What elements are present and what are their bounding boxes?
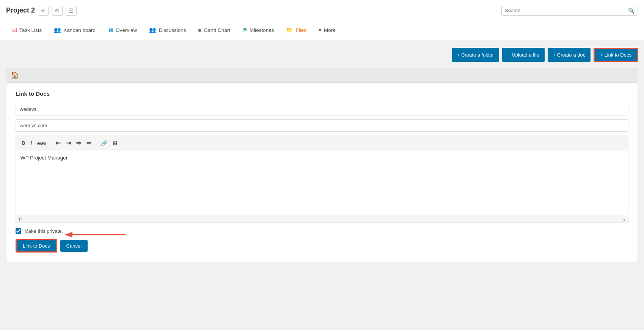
tab-more-label: More (324, 27, 336, 33)
tab-milestones[interactable]: ⚑ Milestones (236, 21, 280, 40)
align-left-button[interactable]: ⇤ (54, 138, 63, 148)
editor-footer-label: P (19, 217, 22, 221)
tab-task-lists[interactable]: ☑ Task Lists (6, 21, 48, 40)
files-icon: 📁 (286, 27, 293, 33)
document-button[interactable]: ☰ (66, 6, 77, 16)
submit-label: Link to Docs (23, 243, 50, 249)
create-doc-label: + Create a doc (553, 52, 586, 58)
create-folder-button[interactable]: + Create a folder (452, 48, 499, 62)
private-checkbox[interactable] (16, 228, 21, 234)
tab-gantt-label: Gantt Chart (204, 27, 230, 33)
tab-more[interactable]: ▾ More (313, 21, 342, 40)
edit-icon: ✏ (41, 8, 46, 14)
top-bar: Project 2 ✏ ⚙ ☰ 🔍 (0, 0, 644, 21)
name-field[interactable] (16, 103, 628, 115)
project-title-area: Project 2 ✏ ⚙ ☰ (6, 6, 77, 16)
link-to-docs-label: + Link to Docs (600, 52, 631, 58)
form-panel: Link to Docs B I ABC ⇤ ⇥ ⇨ ⇨ 🔗 ⊞ WP Proj… (6, 82, 638, 262)
editor-toolbar: B I ABC ⇤ ⇥ ⇨ ⇨ 🔗 ⊞ (16, 136, 628, 150)
url-field[interactable] (16, 119, 628, 132)
private-row: Make this private. (16, 228, 628, 234)
tab-milestones-label: Milestones (250, 27, 274, 33)
more-icon: ▾ (319, 27, 322, 33)
search-bar: 🔍 (501, 6, 638, 16)
editor-wrap: B I ABC ⇤ ⇥ ⇨ ⇨ 🔗 ⊞ WP Project Manager P… (16, 136, 628, 223)
arrow-annotation (61, 229, 129, 240)
tab-overview[interactable]: 🖥 Overview (102, 22, 143, 40)
upload-file-label: + Upload a file (507, 52, 539, 58)
strikethrough-button[interactable]: ABC (35, 140, 48, 147)
cancel-button[interactable]: Cancel (60, 240, 88, 252)
nav-tabs: ☑ Task Lists 👥 Kanban board 🖥 Overview 👥… (0, 21, 644, 40)
form-actions: Link to Docs Cancel (16, 239, 628, 253)
settings-button[interactable]: ⚙ (52, 6, 63, 16)
cancel-label: Cancel (66, 243, 82, 249)
gantt-icon: ≡ (198, 27, 201, 33)
bold-button[interactable]: B (20, 139, 27, 147)
breadcrumb-bar: 🏠 (6, 68, 638, 82)
search-icon: 🔍 (628, 8, 635, 14)
private-label[interactable]: Make this private. (24, 228, 63, 234)
align-center-button[interactable]: ⇥ (64, 138, 73, 148)
tab-gantt[interactable]: ≡ Gantt Chart (192, 22, 236, 40)
tab-discussions[interactable]: 👥 Discussions (143, 21, 192, 40)
overview-icon: 🖥 (108, 27, 113, 33)
tab-kanban[interactable]: 👥 Kanban board (48, 21, 102, 40)
tab-overview-label: Overview (116, 27, 137, 33)
table-button[interactable]: ⊞ (111, 139, 119, 147)
kanban-icon: 👥 (54, 27, 61, 33)
discussions-icon: 👥 (149, 27, 156, 33)
editor-content[interactable]: WP Project Manager (16, 150, 628, 215)
upload-file-button[interactable]: + Upload a file (502, 48, 544, 62)
tab-task-lists-label: Task Lists (19, 27, 42, 33)
tab-files[interactable]: 📁 Files (280, 21, 313, 40)
task-lists-icon: ☑ (12, 27, 17, 33)
create-doc-button[interactable]: + Create a doc (548, 48, 591, 62)
toolbar-sep-1 (51, 140, 51, 147)
justify-button[interactable]: ⇨ (85, 138, 93, 148)
action-buttons-row: + Create a folder + Upload a file + Crea… (6, 48, 638, 62)
tab-discussions-label: Discussions (159, 27, 186, 33)
create-folder-label: + Create a folder (457, 52, 494, 58)
editor-footer: P ⌟ (16, 215, 628, 223)
link-button[interactable]: 🔗 (99, 139, 109, 147)
form-panel-title: Link to Docs (16, 90, 628, 97)
toolbar-sep-2 (96, 140, 96, 147)
italic-button[interactable]: I (28, 139, 34, 147)
search-input[interactable] (505, 8, 627, 13)
milestones-icon: ⚑ (242, 27, 247, 33)
project-title: Project 2 (6, 6, 35, 14)
document-icon: ☰ (69, 8, 74, 14)
edit-button[interactable]: ✏ (38, 6, 49, 16)
link-to-docs-button[interactable]: + Link to Docs (594, 48, 638, 62)
content-area: + Create a folder + Upload a file + Crea… (0, 40, 644, 270)
align-right-button[interactable]: ⇨ (74, 138, 83, 148)
editor-text: WP Project Manager (20, 155, 68, 161)
tab-kanban-label: Kanban board (63, 27, 96, 33)
resize-handle[interactable]: ⌟ (623, 216, 625, 221)
gear-icon: ⚙ (55, 8, 60, 14)
tab-files-label: Files (295, 27, 306, 33)
submit-link-docs-button[interactable]: Link to Docs (16, 239, 57, 253)
home-icon[interactable]: 🏠 (11, 71, 19, 79)
